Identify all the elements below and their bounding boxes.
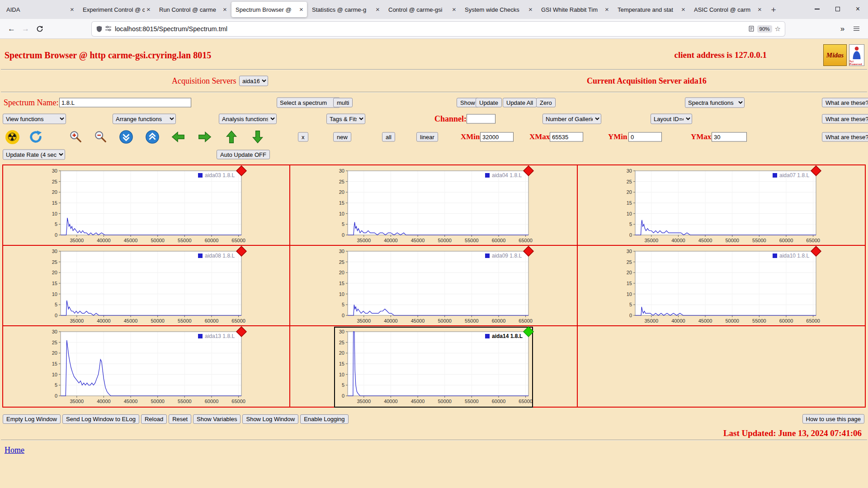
- browser-tab[interactable]: ASIC Control @ carm×: [690, 2, 765, 17]
- layout-id-dropdown[interactable]: Layout ID=4: [651, 114, 692, 124]
- browser-tab[interactable]: Control @ carme-gsi×: [384, 2, 460, 17]
- browser-tab[interactable]: GSI White Rabbit Tim×: [537, 2, 613, 17]
- browser-tab[interactable]: Statistics @ carme-g×: [308, 2, 383, 17]
- multi-button[interactable]: multi: [333, 98, 353, 108]
- browser-tab[interactable]: System wide Checks×: [461, 2, 536, 17]
- empty-log-window-button[interactable]: Empty Log Window: [3, 414, 61, 424]
- auto-update-button[interactable]: Auto Update OFF: [217, 150, 270, 160]
- linear-button[interactable]: linear: [416, 132, 438, 142]
- acquisition-server-select[interactable]: aida16: [239, 76, 268, 86]
- minimize-button[interactable]: [807, 0, 827, 18]
- browser-tab[interactable]: AIDA×: [2, 2, 78, 17]
- back-button[interactable]: ←: [5, 22, 19, 36]
- shield-icon[interactable]: [96, 25, 103, 33]
- tab-close-icon[interactable]: ×: [756, 6, 764, 14]
- what-are-these-button[interactable]: What are these?: [822, 114, 868, 124]
- url-text[interactable]: localhost:8015/Spectrum/Spectrum.tml: [115, 25, 748, 33]
- forward-button[interactable]: →: [19, 22, 33, 36]
- channel-input[interactable]: [467, 114, 495, 124]
- ymax-label: YMax: [691, 132, 711, 141]
- reader-mode-icon[interactable]: [748, 25, 755, 32]
- select-spectrum-dropdown[interactable]: Select a spectrum: [277, 98, 340, 108]
- close-window-button[interactable]: ×: [848, 0, 868, 18]
- browser-tab[interactable]: Experiment Control @ c×: [79, 2, 154, 17]
- refresh-swirl-icon[interactable]: [28, 129, 43, 145]
- update-rate-dropdown[interactable]: Update Rate (4 secs): [3, 150, 65, 160]
- svg-text:20: 20: [339, 189, 344, 195]
- how-to-use-button[interactable]: How to use this page: [802, 414, 864, 424]
- tab-close-icon[interactable]: ×: [221, 6, 229, 14]
- spectrum-chart-aida03[interactable]: 0510152025303500040000450005000055000600…: [48, 167, 245, 246]
- toolbar-overflow-chevron[interactable]: »: [835, 22, 849, 36]
- tags-fits-dropdown[interactable]: Tags & Fits: [326, 114, 365, 124]
- zoom-in-icon[interactable]: [68, 129, 83, 145]
- update-button[interactable]: Update: [476, 98, 502, 108]
- midas-logo[interactable]: Midas: [823, 44, 847, 66]
- tab-close-icon[interactable]: ×: [679, 6, 687, 14]
- permissions-sliders-icon[interactable]: [105, 25, 112, 32]
- reset-button[interactable]: Reset: [169, 414, 191, 424]
- arrow-up-icon[interactable]: [224, 129, 239, 145]
- browser-tab[interactable]: Spectrum Browser @×: [231, 2, 307, 17]
- tcl-powered-logo[interactable]: Tcl Powered: [849, 44, 864, 66]
- analysis-functions-dropdown[interactable]: Analysis functions: [219, 114, 277, 124]
- radiation-icon[interactable]: ☢: [5, 129, 20, 145]
- what-are-these-button[interactable]: What are these?: [822, 98, 868, 108]
- new-button[interactable]: new: [333, 132, 351, 142]
- tab-close-icon[interactable]: ×: [527, 6, 534, 14]
- all-button[interactable]: all: [382, 132, 395, 142]
- view-functions-dropdown[interactable]: View functions: [3, 114, 66, 124]
- maximize-button[interactable]: [827, 0, 848, 18]
- reload-page-button[interactable]: Reload: [141, 414, 167, 424]
- browser-tab[interactable]: Run Control @ carme×: [155, 2, 231, 17]
- url-bar[interactable]: localhost:8015/Spectrum/Spectrum.tml 90%…: [92, 22, 785, 36]
- arrow-down-icon[interactable]: [250, 129, 265, 145]
- update-all-button[interactable]: Update All: [503, 98, 537, 108]
- svg-text:60000: 60000: [492, 318, 506, 324]
- x-button[interactable]: x: [298, 132, 308, 142]
- tab-close-icon[interactable]: ×: [68, 6, 76, 14]
- tab-close-icon[interactable]: ×: [450, 6, 458, 14]
- spectrum-chart-aida13[interactable]: 0510152025303500040000450005000055000600…: [48, 328, 245, 407]
- svg-text:5: 5: [55, 302, 57, 307]
- tab-close-icon[interactable]: ×: [603, 6, 611, 14]
- tab-close-icon[interactable]: ×: [145, 6, 152, 14]
- send-log-to-elog-button[interactable]: Send Log Window to ELog: [62, 414, 139, 424]
- zoom-level-badge[interactable]: 90%: [757, 25, 772, 33]
- home-link[interactable]: Home: [5, 446, 24, 455]
- spectrum-chart-aida04[interactable]: 0510152025303500040000450005000055000600…: [335, 167, 532, 246]
- svg-text:0: 0: [342, 313, 344, 318]
- tab-close-icon[interactable]: ×: [297, 6, 305, 14]
- tab-close-icon[interactable]: ×: [374, 6, 382, 14]
- spectrum-chart-aida08[interactable]: 0510152025303500040000450005000055000600…: [48, 247, 245, 326]
- bookmark-star-icon[interactable]: ☆: [775, 25, 781, 33]
- arrow-left-icon[interactable]: [170, 129, 186, 145]
- page-down-icon[interactable]: [118, 129, 134, 145]
- arrow-right-icon[interactable]: [197, 129, 212, 145]
- spectrum-chart-aida09[interactable]: 0510152025303500040000450005000055000600…: [335, 247, 532, 326]
- spectrum-chart-aida10[interactable]: 0510152025303500040000450005000055000600…: [623, 247, 820, 326]
- arrange-functions-dropdown[interactable]: Arrange functions: [113, 114, 176, 124]
- show-log-window-button[interactable]: Show Log Window: [242, 414, 298, 424]
- chart-legend: aida14 1.8.L: [492, 333, 523, 339]
- ymin-input[interactable]: [628, 132, 662, 142]
- xmax-input[interactable]: [550, 132, 583, 142]
- menu-button[interactable]: [849, 22, 863, 36]
- number-of-galleries-dropdown[interactable]: Number of Galleries: [542, 114, 601, 124]
- chart-legend: aida09 1.8.L: [492, 253, 522, 259]
- ymax-input[interactable]: [712, 132, 747, 142]
- spectrum-name-input[interactable]: [59, 98, 191, 108]
- spectrum-chart-aida14[interactable]: 0510152025303500040000450005000055000600…: [335, 328, 532, 407]
- enable-logging-button[interactable]: Enable Logging: [300, 414, 348, 424]
- what-are-these-button[interactable]: What are these?: [822, 132, 868, 142]
- new-tab-button[interactable]: +: [767, 3, 780, 17]
- page-up-icon[interactable]: [145, 129, 160, 145]
- xmin-input[interactable]: [480, 132, 514, 142]
- show-variables-button[interactable]: Show Variables: [193, 414, 241, 424]
- browser-tab[interactable]: Temperature and stat×: [613, 2, 689, 17]
- zero-button[interactable]: Zero: [536, 98, 556, 108]
- reload-button[interactable]: [33, 22, 47, 36]
- zoom-out-icon[interactable]: [93, 129, 108, 145]
- spectra-functions-dropdown[interactable]: Spectra functions: [685, 98, 745, 108]
- spectrum-chart-aida07[interactable]: 0510152025303500040000450005000055000600…: [623, 167, 820, 246]
